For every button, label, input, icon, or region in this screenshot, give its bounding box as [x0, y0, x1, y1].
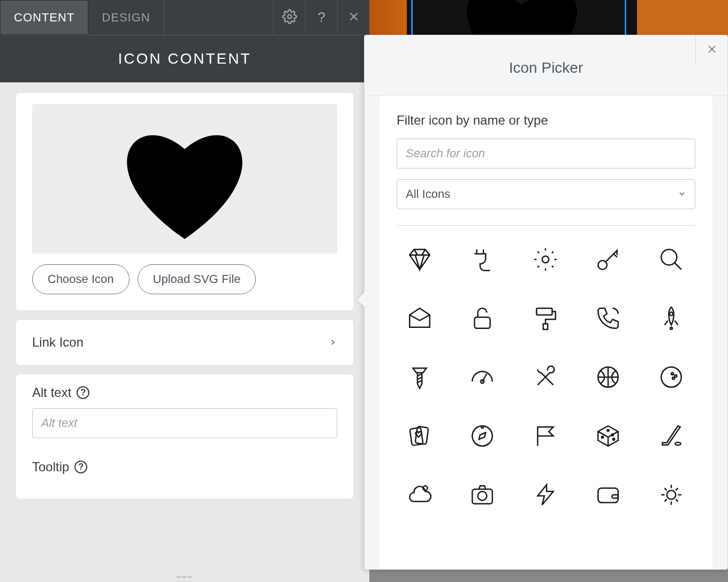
svg-point-12 — [671, 372, 673, 374]
svg-point-23 — [675, 442, 680, 445]
filter-label: Filter icon by name or type — [397, 113, 695, 128]
svg-point-0 — [287, 14, 291, 18]
hockey-icon[interactable] — [656, 421, 686, 450]
wallet-icon[interactable] — [594, 480, 623, 509]
svg-point-13 — [674, 374, 677, 377]
envelope-icon[interactable] — [405, 303, 434, 333]
gear-icon — [282, 9, 297, 26]
help-icon[interactable]: ? — [74, 461, 87, 473]
compass-icon[interactable] — [468, 421, 497, 450]
icon-picker-panel: Icon Picker Filter icon by name or type … — [364, 35, 728, 570]
svg-point-14 — [672, 377, 674, 379]
question-icon: ? — [317, 9, 325, 26]
plug-icon[interactable] — [468, 244, 497, 274]
chevron-right-icon — [329, 335, 337, 350]
svg-point-8 — [670, 327, 672, 329]
lightning-icon[interactable] — [530, 480, 560, 509]
tab-design[interactable]: DESIGN — [88, 0, 164, 35]
icon-card: Choose Icon Upload SVG File — [16, 93, 353, 310]
settings-button[interactable] — [273, 0, 305, 35]
popup-notch — [357, 291, 366, 308]
svg-point-22 — [608, 429, 609, 431]
phone-icon[interactable] — [594, 303, 623, 333]
picker-title: Icon Picker — [365, 35, 727, 96]
close-icon — [706, 43, 718, 58]
lock-open-icon[interactable] — [468, 303, 497, 333]
select-value: All Icons — [406, 187, 450, 201]
editor-panel: CONTENT DESIGN ? ICON CONTENT Choose — [0, 0, 369, 582]
svg-point-17 — [472, 426, 492, 446]
icon-grid — [397, 242, 695, 512]
diamond-icon[interactable] — [405, 244, 434, 274]
dice-icon[interactable] — [594, 421, 623, 450]
alt-text-label: Alt text ? — [32, 385, 337, 400]
alt-text-input[interactable] — [32, 408, 337, 438]
help-button[interactable]: ? — [305, 0, 337, 35]
tooltip-label: Tooltip ? — [32, 460, 337, 474]
svg-point-7 — [670, 312, 673, 315]
tab-content[interactable]: CONTENT — [0, 0, 88, 35]
link-icon-card: Link Icon — [16, 320, 353, 365]
svg-rect-4 — [475, 317, 490, 328]
gauge-icon[interactable] — [468, 362, 497, 392]
chevron-down-icon — [678, 187, 686, 201]
magnifier-icon[interactable] — [656, 244, 686, 274]
close-icon — [347, 10, 361, 26]
link-icon-row[interactable]: Link Icon — [32, 320, 337, 365]
icon-search-input[interactable] — [397, 139, 695, 169]
choose-icon-button[interactable]: Choose Icon — [32, 264, 130, 294]
svg-point-3 — [661, 249, 677, 265]
flag-icon[interactable] — [530, 421, 560, 450]
divider — [397, 225, 695, 226]
svg-point-20 — [612, 434, 613, 435]
svg-point-18 — [481, 426, 483, 428]
panel-body: Choose Icon Upload SVG File Link Icon Al… — [0, 82, 369, 571]
resize-handle[interactable]: ═══ — [0, 571, 369, 582]
gear2-icon[interactable] — [656, 480, 686, 509]
paint-roller-icon[interactable] — [530, 303, 560, 333]
svg-point-2 — [598, 261, 608, 270]
cloud-icon[interactable] — [405, 480, 434, 509]
gear-icon[interactable] — [530, 244, 560, 274]
basketball-icon[interactable] — [594, 362, 623, 392]
icon-category-select[interactable]: All Icons — [397, 179, 695, 209]
cards-icon[interactable] — [405, 421, 434, 450]
canvas-heart-preview — [418, 0, 626, 37]
picker-body: Filter icon by name or type All Icons — [380, 96, 712, 569]
key-icon[interactable] — [594, 244, 623, 274]
tab-bar: CONTENT DESIGN ? — [0, 0, 369, 35]
close-button[interactable] — [337, 0, 369, 35]
bowling-icon[interactable] — [656, 362, 686, 392]
alt-text-label-text: Alt text — [32, 385, 71, 400]
canvas-backdrop-right — [637, 0, 728, 39]
alt-tooltip-card: Alt text ? Tooltip ? — [16, 374, 353, 499]
link-icon-label: Link Icon — [32, 335, 84, 350]
svg-point-11 — [661, 367, 681, 387]
camera-icon[interactable] — [468, 480, 497, 509]
svg-rect-5 — [536, 308, 552, 315]
svg-rect-6 — [543, 324, 548, 329]
svg-point-21 — [613, 438, 615, 440]
help-icon[interactable]: ? — [77, 386, 89, 399]
svg-point-19 — [602, 436, 603, 438]
upload-svg-button[interactable]: Upload SVG File — [138, 264, 256, 294]
svg-point-1 — [542, 256, 549, 263]
tools-icon[interactable] — [530, 362, 560, 392]
svg-point-26 — [478, 491, 487, 500]
svg-point-28 — [667, 490, 676, 499]
heart-icon — [110, 113, 260, 244]
screw-icon[interactable] — [405, 362, 434, 392]
rocket-icon[interactable] — [656, 303, 686, 333]
section-title: ICON CONTENT — [0, 35, 369, 82]
tooltip-label-text: Tooltip — [32, 460, 69, 474]
picker-close-button[interactable] — [695, 35, 727, 65]
icon-preview — [32, 104, 337, 254]
selection-outline — [411, 0, 626, 36]
